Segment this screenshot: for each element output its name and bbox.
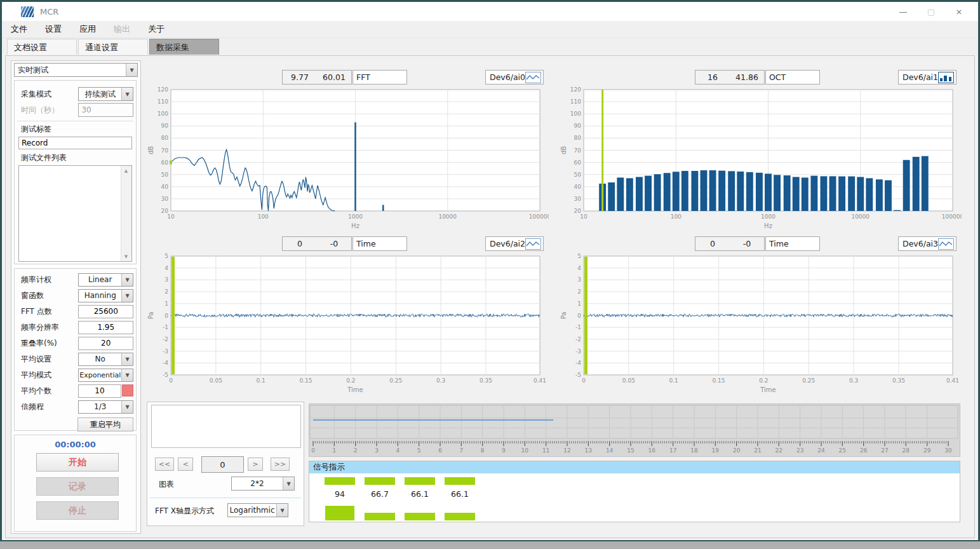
chevron-down-icon: ▼: [121, 369, 133, 381]
signal-indicator-panel: 信号指示 94 66.7 66.1: [309, 461, 960, 522]
start-button[interactable]: 开始: [36, 453, 119, 471]
page-number-box[interactable]: 0: [201, 456, 244, 473]
svg-text:10000: 10000: [851, 214, 869, 220]
svg-text:8: 8: [481, 447, 485, 454]
record-button: 记录: [36, 477, 119, 496]
file-list-label: 测试文件列表: [15, 152, 136, 163]
next-page-button[interactable]: >: [248, 458, 263, 471]
oct-mode-box[interactable]: OCT: [765, 70, 820, 85]
time-ai2-plot[interactable]: -5-4-3-2-101234500.050.10.150.20.250.30.…: [147, 253, 549, 394]
last-page-button[interactable]: >>: [271, 458, 290, 471]
svg-text:Hz: Hz: [764, 222, 772, 229]
svg-text:100: 100: [258, 214, 269, 220]
svg-text:2: 2: [354, 447, 358, 454]
svg-text:110: 110: [158, 98, 168, 105]
chevron-down-icon: ▼: [276, 504, 288, 517]
svg-text:10: 10: [580, 214, 587, 220]
oct-plot[interactable]: 2030405060708090100110120101001000100001…: [560, 86, 962, 230]
title-bar: MCR — ▢ ×: [2, 2, 978, 21]
octave-select[interactable]: 1/3▼: [78, 400, 133, 414]
svg-text:50: 50: [574, 172, 582, 178]
svg-text:100: 100: [570, 111, 581, 117]
app-title: MCR: [40, 7, 58, 17]
svg-text:4: 4: [396, 447, 399, 454]
svg-text:29: 29: [923, 447, 931, 454]
time2-channel-box[interactable]: Dev6/ai2: [485, 236, 544, 251]
menu-settings[interactable]: 设置: [36, 24, 70, 35]
time3-mode-box[interactable]: Time: [765, 236, 820, 251]
maximize-button[interactable]: ▢: [917, 2, 945, 21]
svg-text:2: 2: [577, 288, 581, 295]
test-tag-input[interactable]: [18, 137, 132, 149]
svg-text:0.15: 0.15: [713, 377, 725, 384]
fft-plot[interactable]: 2030405060708090100110120101001000100001…: [147, 86, 549, 230]
svg-text:90: 90: [161, 123, 169, 129]
svg-text:0: 0: [582, 377, 586, 384]
menu-application[interactable]: 应用: [70, 24, 105, 35]
svg-text:27: 27: [881, 447, 888, 454]
avg-count-label: 平均个数: [17, 386, 78, 396]
signal-value: 66.7: [363, 489, 396, 499]
svg-text:Hz: Hz: [351, 222, 359, 229]
scroll-down-icon[interactable]: ▼: [121, 252, 131, 261]
tab-data-acquisition[interactable]: 数据采集: [149, 39, 219, 55]
svg-text:40: 40: [161, 184, 169, 190]
window-func-label: 窗函数: [17, 290, 78, 301]
svg-text:10: 10: [521, 447, 529, 454]
svg-text:5: 5: [417, 447, 421, 454]
svg-text:1: 1: [577, 301, 581, 307]
record-timeline-panel[interactable]: 0123456789101112131415161718192021222324…: [309, 403, 960, 457]
restart-average-button[interactable]: 重启平均: [77, 417, 133, 431]
chart-layout-select[interactable]: 2*2▼: [231, 477, 295, 491]
svg-text:1: 1: [332, 447, 336, 454]
freq-weighting-select[interactable]: Linear▼: [78, 273, 133, 287]
window-func-select[interactable]: Hanning▼: [78, 289, 133, 302]
acq-mode-select[interactable]: 持续测试▼: [78, 87, 133, 101]
test-file-list[interactable]: ▲ ▼: [18, 165, 132, 262]
fft-points-input[interactable]: [78, 305, 133, 318]
fft-xaxis-select[interactable]: Logarithmic▼: [227, 503, 288, 517]
minimize-button[interactable]: —: [889, 2, 917, 21]
fft-points-label: FFT 点数: [17, 306, 78, 317]
timeline-ruler[interactable]: 0123456789101112131415161718192021222324…: [309, 404, 958, 455]
scrollbar[interactable]: ▲ ▼: [121, 166, 131, 261]
svg-text:15: 15: [627, 447, 634, 454]
time2-mode-box[interactable]: Time: [352, 236, 407, 251]
first-page-button[interactable]: <<: [155, 458, 174, 471]
menu-bar: 文件 设置 应用 输出 关于: [2, 21, 978, 38]
svg-text:10: 10: [167, 214, 175, 220]
svg-text:20: 20: [733, 447, 741, 454]
svg-text:80: 80: [574, 135, 582, 141]
menu-about[interactable]: 关于: [139, 24, 173, 35]
svg-text:0.41: 0.41: [534, 377, 546, 384]
fft-channel-box[interactable]: Dev6/ai0: [485, 70, 544, 85]
avg-mode-select[interactable]: Exponential▼: [78, 369, 133, 382]
svg-text:13: 13: [585, 447, 592, 454]
time-ai3-plot[interactable]: -5-4-3-2-101234500.050.10.150.20.250.30.…: [560, 253, 962, 394]
svg-text:14: 14: [606, 447, 614, 454]
avg-count-input[interactable]: [78, 384, 121, 398]
prev-page-button[interactable]: <: [178, 458, 193, 471]
fft-mode-box[interactable]: FFT: [352, 70, 407, 85]
overlap-input[interactable]: [78, 337, 133, 350]
freq-resolution-input[interactable]: [78, 321, 133, 334]
svg-text:dB: dB: [147, 146, 154, 154]
tab-document-settings[interactable]: 文档设置: [7, 39, 77, 55]
display-options-panel: << < 0 > >> 图表 2*2▼ FFT X轴显示方式 Logarithm…: [147, 402, 304, 526]
acq-time-label: 时间（秒）: [17, 105, 78, 116]
signal-level-bar: [445, 513, 475, 520]
scroll-up-icon[interactable]: ▲: [121, 166, 131, 175]
svg-text:60: 60: [161, 159, 169, 166]
oct-cursor-readout: 1641.86: [695, 70, 765, 85]
svg-text:-5: -5: [575, 372, 581, 378]
tab-channel-settings[interactable]: 通道设置: [78, 39, 148, 55]
svg-text:110: 110: [570, 98, 581, 105]
chevron-down-icon: ▼: [121, 88, 133, 100]
test-mode-select[interactable]: 实时测试 ▼: [14, 63, 138, 77]
oct-channel-box[interactable]: Dev6/ai1: [898, 70, 957, 85]
svg-text:0.35: 0.35: [892, 377, 905, 384]
close-button[interactable]: ×: [945, 2, 973, 21]
time3-channel-box[interactable]: Dev6/ai3: [898, 236, 957, 251]
menu-file[interactable]: 文件: [2, 24, 36, 35]
avg-setting-select[interactable]: No▼: [78, 353, 133, 366]
